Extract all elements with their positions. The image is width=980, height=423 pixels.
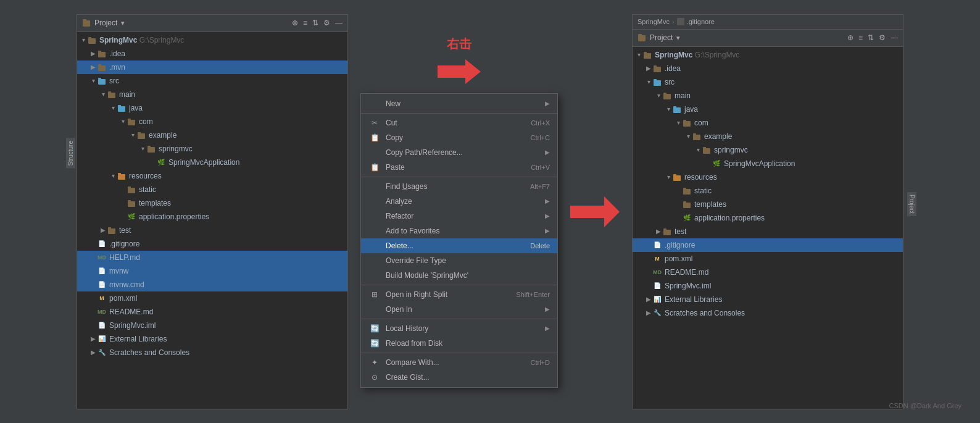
svg-rect-35 [654,67,661,72]
close-icon-r[interactable]: — [891,33,898,42]
svg-rect-18 [147,147,155,153]
open-right-icon: ⊞ [368,290,381,299]
menu-item-build-module[interactable]: Build Module 'SpringMvc' [361,268,557,283]
md-icon: MD [97,253,107,262]
src-folder-icon [97,76,107,86]
target-icon-r[interactable]: ⊕ [847,33,853,42]
tree-test[interactable]: ▶ test [77,224,347,237]
tree-readme[interactable]: MD README.md [77,305,347,319]
root-folder-icon [87,35,97,45]
tree-pomxml[interactable]: M pom.xml [77,291,347,305]
tree-scratches[interactable]: ▶ 🔧 Scratches and Consoles [77,346,347,359]
svg-rect-20 [118,174,125,180]
menu-item-copy-path[interactable]: Copy Path/Reference... ▶ [361,145,557,160]
tree-resources[interactable]: ▾ resources [77,169,347,183]
menu-item-find-usages[interactable]: Find Usages Alt+F7 [361,179,557,194]
templates-folder-icon [127,198,136,208]
collapse-icon-r[interactable]: ⇅ [868,33,874,42]
tree-helpmd[interactable]: MD HELP.md [77,251,347,264]
tree-mvn[interactable]: ▶ .mvn [77,61,347,74]
tree-springapp[interactable]: 🌿 SpringMvcApplication [77,156,347,169]
tree-static[interactable]: static [77,183,347,196]
tree-mvnwcmd[interactable]: 📄 mvnw.cmd [77,278,347,291]
tree-appprops[interactable]: 🌿 application.properties [77,210,347,224]
svg-rect-13 [118,105,121,107]
menu-item-reload[interactable]: 🔄 Reload from Disk [361,336,557,351]
tree-right-pomxml[interactable]: M pom.xml [633,252,903,266]
svg-rect-7 [98,64,101,66]
breadcrumb-bar: SpringMvc › .gitignore [633,15,903,30]
tree-right-springmvc[interactable]: ▾ springmvc [633,143,903,157]
tree-main[interactable]: ▾ main [77,88,347,101]
tree-right-src[interactable]: ▾ src [633,75,903,89]
panel-left-dropdown-icon[interactable]: ▾ [121,19,125,27]
tree-gitignore[interactable]: 📄 .gitignore [77,237,347,251]
tree-springmvc[interactable]: ▾ springmvc [77,142,347,156]
tree-templates[interactable]: templates [77,196,347,210]
tree-right-iml[interactable]: 📄 SpringMvc.iml [633,279,903,293]
tree-src[interactable]: ▾ src [77,74,347,88]
tree-right-main[interactable]: ▾ main [633,89,903,103]
tree-right-gitignore[interactable]: 📄 .gitignore [633,238,903,252]
tree-right-scratches[interactable]: ▶ 🔧 Scratches and Consoles [633,306,903,320]
close-icon[interactable]: — [335,19,343,27]
menu-item-paste[interactable]: 📋 Paste Ctrl+V [361,160,557,175]
tree-right-java[interactable]: ▾ java [633,103,903,116]
middle-section: 右击 New ▶ ✂ Cut Ctrl+X [360,36,558,388]
collapse-icon[interactable]: ⇅ [312,19,318,27]
menu-item-delete[interactable]: Delete... Delete [361,238,557,253]
menu-item-local-history[interactable]: 🔄 Local History ▶ [361,321,557,336]
tree-idea[interactable]: ▶ .idea [77,47,347,61]
settings-icon[interactable]: ⚙ [323,19,330,27]
menu-item-copy[interactable]: 📋 Copy Ctrl+C [361,130,557,145]
menu-item-analyze[interactable]: Analyze ▶ [361,194,557,209]
sep-2 [361,285,557,285]
svg-rect-40 [663,93,666,94]
header-icons-left: ⊕ ≡ ⇅ ⚙ — [292,19,343,27]
list-icon-r[interactable]: ≡ [858,33,863,42]
menu-item-cut[interactable]: ✂ Cut Ctrl+X [361,115,557,130]
svg-rect-8 [98,79,106,85]
mvn-folder-icon [97,62,107,72]
menu-item-open-in[interactable]: Open In ▶ [361,302,557,317]
tree-right-com[interactable]: ▾ com [633,116,903,130]
tree-java[interactable]: ▾ java [77,101,347,115]
settings-icon-r[interactable]: ⚙ [879,33,886,42]
menu-item-open-right[interactable]: ⊞ Open in Right Split Shift+Enter [361,287,557,302]
tree-root[interactable]: ▾ SpringMvc G:\SpringMvc [77,33,347,47]
list-icon[interactable]: ≡ [303,19,307,27]
menu-item-compare[interactable]: ✦ Compare With... Ctrl+D [361,355,557,370]
menu-item-add-favorites[interactable]: Add to Favorites ▶ [361,224,557,238]
tree-mvnw[interactable]: 📄 mvnw [77,264,347,278]
tree-right-resources[interactable]: ▾ resources [633,170,903,184]
tree-example[interactable]: ▾ example [77,128,347,142]
tree-right-appprops[interactable]: 🌿 application.properties [633,211,903,225]
tree-right-readme[interactable]: MD README.md [633,266,903,279]
tree-external-libs[interactable]: ▶ 📊 External Libraries [77,332,347,346]
panel-left: Project ▾ ⊕ ≡ ⇅ ⚙ — ▾ SpringMvc G:\Sprin… [77,14,348,409]
svg-rect-9 [98,78,101,80]
tree-com[interactable]: ▾ com [77,115,347,128]
tree-right-idea[interactable]: ▶ .idea [633,62,903,75]
target-icon[interactable]: ⊕ [292,19,298,27]
r-ext-libs-icon: 📊 [652,295,662,304]
tree-right-example[interactable]: ▾ example [633,130,903,143]
structure-tab[interactable]: Structure [66,138,75,169]
tree-right-root[interactable]: ▾ SpringMvc G:\SpringMvc [633,48,903,62]
svg-rect-1 [83,19,86,21]
tree-right-test[interactable]: ▶ test [633,225,903,238]
tree-right-ext-libs[interactable]: ▶ 📊 External Libraries [633,293,903,306]
menu-item-refactor[interactable]: Refactor ▶ [361,209,557,224]
panel-right-dropdown[interactable]: ▾ [676,34,680,42]
tree-right-springapp[interactable]: 🌿 SpringMvcApplication [633,157,903,170]
tree-right-templates[interactable]: templates [633,198,903,211]
tree-iml[interactable]: 📄 SpringMvc.iml [77,319,347,332]
favorites-arrow: ▶ [545,227,550,234]
menu-item-new[interactable]: New ▶ [361,96,557,111]
svg-rect-25 [128,200,131,202]
panel-right-title: Project [650,33,673,42]
menu-item-create-gist[interactable]: ⊙ Create Gist... [361,370,557,385]
menu-item-override[interactable]: Override File Type [361,253,557,268]
project-side-tab[interactable]: Project [907,192,916,216]
tree-right-static[interactable]: static [633,184,903,198]
